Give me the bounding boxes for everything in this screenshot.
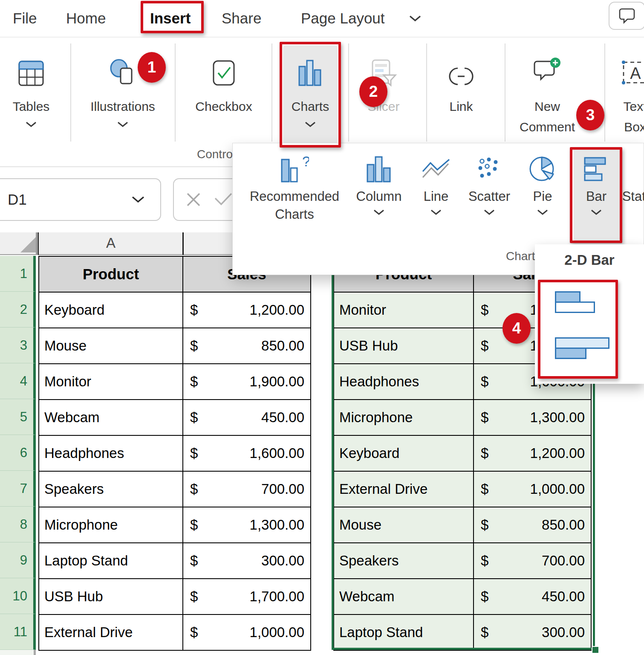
row-header-4[interactable]: 4: [0, 363, 36, 399]
sales-cell[interactable]: $1,000.00: [183, 615, 311, 651]
enter-check-icon[interactable]: [214, 192, 233, 207]
sales-cell[interactable]: $1,300.00: [183, 507, 311, 543]
product-cell[interactable]: Monitor: [334, 293, 474, 328]
row-header-10[interactable]: 10: [0, 578, 36, 614]
svg-text:A: A: [630, 64, 641, 82]
cancel-icon[interactable]: [185, 191, 202, 208]
product-cell[interactable]: USB Hub: [39, 579, 183, 615]
row-header-5[interactable]: 5: [0, 399, 36, 435]
product-cell[interactable]: Speakers: [39, 472, 183, 507]
recommended-charts-icon: ?: [280, 154, 309, 183]
table-row: Monitor$1,900.00: [39, 364, 311, 400]
checkbox-icon: [212, 54, 236, 87]
corner-border: [36, 232, 38, 255]
product-cell[interactable]: Monitor: [39, 364, 183, 400]
sales-cell[interactable]: $1,000.00: [474, 472, 592, 507]
tab-home[interactable]: Home: [66, 0, 106, 37]
tab-file[interactable]: File: [13, 0, 37, 37]
flyout-title: 2-D Bar: [535, 252, 644, 268]
pie-chart-item[interactable]: Pie: [528, 143, 557, 215]
product-cell[interactable]: Laptop Stand: [39, 543, 183, 579]
sales-cell[interactable]: $1,900.00: [183, 364, 311, 400]
annotation-box-bar: [570, 147, 622, 243]
sales-cell[interactable]: $300.00: [183, 543, 311, 579]
scatter-chart-item[interactable]: Scatter: [463, 143, 516, 215]
comments-button[interactable]: [609, 2, 644, 30]
product-cell[interactable]: Keyboard: [334, 436, 474, 472]
checkbox-button[interactable]: Checkbox: [188, 38, 260, 117]
text-box-icon: A: [619, 54, 644, 87]
sales-cell[interactable]: $700.00: [183, 472, 311, 507]
new-comment-button[interactable]: NewComment: [511, 38, 583, 137]
sales-cell[interactable]: $1,200.00: [183, 293, 311, 328]
row-header-8[interactable]: 8: [0, 507, 36, 542]
new-comment-icon: [532, 54, 563, 87]
ribbon-separator: [348, 43, 349, 142]
name-box[interactable]: D1: [0, 178, 161, 221]
line-chart-item[interactable]: Line: [417, 143, 455, 215]
sales-cell[interactable]: $450.00: [474, 579, 592, 615]
product-cell[interactable]: Mouse: [334, 507, 474, 543]
row-header-11[interactable]: 11: [0, 614, 36, 650]
product-cell[interactable]: Webcam: [334, 579, 474, 615]
tab-page-layout[interactable]: Page Layout: [301, 0, 422, 37]
tables-button[interactable]: Tables: [3, 38, 59, 128]
text-box-button[interactable]: A TextBox: [614, 38, 644, 137]
ribbon-separator: [271, 43, 272, 142]
link-button[interactable]: Link: [443, 38, 479, 117]
product-cell[interactable]: Mouse: [39, 328, 183, 364]
step-badge-2: 2: [359, 76, 387, 107]
slicer-button[interactable]: Slicer: [357, 38, 410, 117]
comment-bubble-icon: [618, 8, 635, 24]
sales-cell[interactable]: $1,700.00: [183, 579, 311, 615]
table-row: Microphone$1,300.00: [39, 507, 311, 543]
product-cell[interactable]: Keyboard: [39, 293, 183, 328]
table-row: Headphones$1,600.00: [39, 436, 311, 472]
select-all-corner[interactable]: [20, 237, 36, 252]
row-header-12[interactable]: [0, 650, 36, 655]
sales-cell[interactable]: $1,200.00: [474, 436, 592, 472]
table-row: External Drive$1,000.00: [334, 472, 592, 507]
column-header-a[interactable]: A: [38, 235, 183, 251]
product-cell[interactable]: Headphones: [334, 364, 474, 400]
product-cell[interactable]: External Drive: [39, 615, 183, 651]
ribbon-separator: [604, 43, 605, 142]
sales-cell[interactable]: $450.00: [183, 400, 311, 436]
product-cell[interactable]: External Drive: [334, 472, 474, 507]
fill-handle[interactable]: [592, 646, 599, 654]
annotation-box-charts: [280, 42, 341, 148]
table-row: Speakers$700.00: [39, 472, 311, 507]
product-cell[interactable]: Microphone: [334, 400, 474, 436]
ribbon-separator: [175, 43, 176, 142]
sales-cell[interactable]: $1,600.00: [183, 436, 311, 472]
name-box-value: D1: [0, 191, 131, 208]
row-header-6[interactable]: 6: [0, 435, 36, 471]
sales-cell[interactable]: $1,300.00: [474, 400, 592, 436]
product-cell[interactable]: Webcam: [39, 400, 183, 436]
tab-share[interactable]: Share: [222, 0, 261, 37]
table-icon: [18, 54, 44, 87]
column-boundary[interactable]: [182, 232, 184, 255]
row-header-3[interactable]: 3: [0, 328, 36, 363]
chevron-down-icon: [484, 209, 495, 215]
row-header-2[interactable]: 2: [0, 292, 36, 328]
product-cell[interactable]: Microphone: [39, 507, 183, 543]
sales-cell[interactable]: $850.00: [474, 507, 592, 543]
statistical-chart-item[interactable]: Statistical: [625, 143, 644, 206]
product-cell[interactable]: Laptop Stand: [334, 615, 474, 651]
product-cell[interactable]: Headphones: [39, 436, 183, 472]
product-cell[interactable]: Speakers: [334, 543, 474, 579]
recommended-charts-item[interactable]: ? RecommendedCharts: [252, 143, 337, 223]
sales-cell[interactable]: $850.00: [183, 328, 311, 364]
ribbon-separator: [426, 43, 427, 142]
table-row: Laptop Stand$300.00: [39, 543, 311, 579]
chevron-down-icon: [373, 209, 384, 215]
row-header-9[interactable]: 9: [0, 542, 36, 578]
annotation-box-2d-bar: [538, 280, 618, 379]
column-chart-item[interactable]: Column: [355, 143, 402, 215]
sales-cell[interactable]: $700.00: [474, 543, 592, 579]
sales-cell[interactable]: $300.00: [474, 615, 592, 651]
row-header-1[interactable]: 1: [0, 256, 36, 292]
product-cell[interactable]: USB Hub: [334, 328, 474, 364]
row-header-7[interactable]: 7: [0, 471, 36, 507]
